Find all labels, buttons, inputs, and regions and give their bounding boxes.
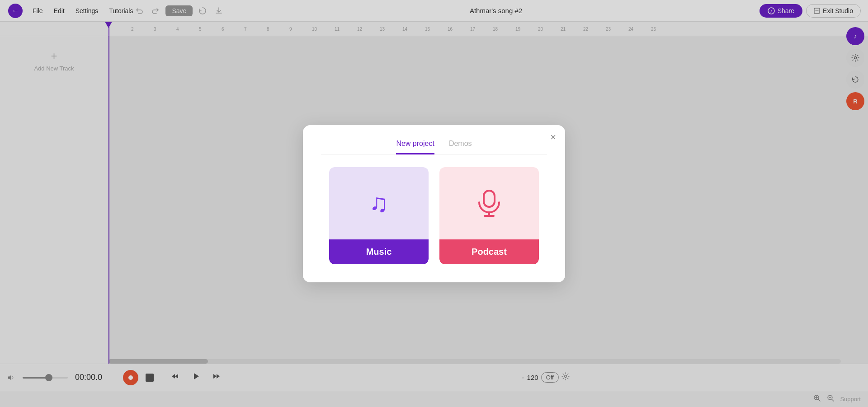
svg-rect-22 [484,191,495,207]
tab-demos[interactable]: Demos [449,140,472,154]
modal-close-button[interactable]: × [550,132,556,142]
music-note-icon: ♫ [369,188,388,218]
microphone-icon [476,187,503,220]
modal-tabs: New project Demos [321,140,547,154]
podcast-card[interactable]: Podcast [439,167,539,264]
modal-overlay[interactable]: × New project Demos ♫ Music [0,0,868,407]
modal-cards: ♫ Music Podcast [321,167,547,264]
music-card-icon-area: ♫ [329,167,429,239]
tab-new-project[interactable]: New project [396,140,434,154]
new-project-modal: × New project Demos ♫ Music [303,125,565,282]
music-card[interactable]: ♫ Music [329,167,429,264]
podcast-card-icon-area [439,167,539,239]
music-card-label: Music [329,239,429,264]
podcast-card-label: Podcast [439,239,539,264]
